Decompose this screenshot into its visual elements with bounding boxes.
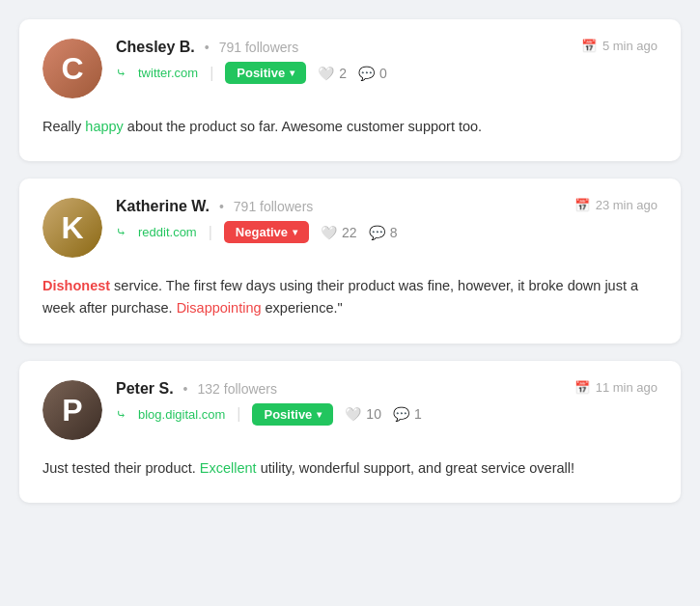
avatar-image: P — [42, 380, 102, 440]
source-link[interactable]: twitter.com — [138, 66, 198, 80]
divider: | — [237, 405, 240, 423]
card-body: Just tested their product. Excellent uti… — [42, 452, 658, 480]
timestamp: 23 min ago — [596, 198, 658, 212]
source-link[interactable]: blog.digital.com — [138, 407, 225, 422]
highlight-word: happy — [85, 119, 124, 134]
sentiment-label: Negative — [236, 225, 288, 239]
sentiment-badge[interactable]: Positive ▾ — [252, 403, 333, 426]
user-section: C Chesley B. • 791 followers ⤷ twitter.c… — [42, 39, 387, 98]
source-row: ⤷ blog.digital.com | Positive ▾ 🤍 10 💬 1 — [116, 403, 422, 426]
likes-count: 10 — [366, 406, 381, 422]
user-info: Katherine W. • 791 followers ⤷ reddit.co… — [116, 198, 397, 243]
timestamp: 11 min ago — [596, 380, 658, 395]
text-before: Just tested their product. — [42, 460, 200, 476]
name-row: Peter S. • 132 followers — [116, 380, 422, 398]
chevron-down-icon: ▾ — [317, 409, 322, 420]
timestamp-section: 📅 23 min ago — [574, 198, 658, 212]
heart-icon: 🤍 — [345, 406, 361, 422]
username: Peter S. — [116, 380, 174, 398]
user-section: K Katherine W. • 791 followers ⤷ reddit.… — [42, 198, 397, 258]
follower-count: 132 followers — [198, 381, 278, 397]
timestamp: 5 min ago — [602, 39, 658, 53]
chevron-down-icon: ▾ — [293, 227, 297, 237]
username: Chesley B. — [116, 39, 195, 56]
source-row: ⤷ twitter.com | Positive ▾ 🤍 2 💬 0 — [116, 62, 387, 84]
comments-stat: 💬 1 — [393, 406, 422, 422]
sentiment-badge[interactable]: Positive ▾ — [225, 62, 306, 84]
avatar: P — [42, 380, 102, 440]
likes-stat: 🤍 10 — [345, 406, 381, 422]
user-info: Peter S. • 132 followers ⤷ blog.digital.… — [116, 380, 422, 426]
sentiment-label: Positive — [237, 66, 285, 80]
sentiment-badge[interactable]: Negative ▾ — [224, 221, 309, 243]
comments-count: 8 — [390, 225, 398, 240]
timestamp-section: 📅 5 min ago — [581, 39, 658, 53]
card-body: Really happy about the product so far. A… — [42, 110, 658, 138]
review-card-peter: P Peter S. • 132 followers ⤷ blog.digita… — [19, 361, 681, 503]
card-header: K Katherine W. • 791 followers ⤷ reddit.… — [42, 198, 658, 258]
text-after: about the product so far. Awesome custom… — [124, 119, 482, 134]
highlight-excellent: Excellent — [200, 460, 257, 476]
share-icon: ⤷ — [116, 407, 126, 422]
review-card-katherine: K Katherine W. • 791 followers ⤷ reddit.… — [19, 179, 681, 343]
avatar-image: C — [42, 39, 102, 98]
name-row: Katherine W. • 791 followers — [116, 198, 397, 215]
highlight-disappointing: Disappointing — [177, 300, 262, 316]
likes-stat: 🤍 2 — [318, 66, 347, 81]
comments-count: 0 — [379, 66, 387, 81]
card-body: Dishonest service. The first few days us… — [42, 269, 658, 319]
user-info: Chesley B. • 791 followers ⤷ twitter.com… — [116, 39, 387, 84]
comments-count: 1 — [414, 406, 422, 422]
chevron-down-icon: ▾ — [290, 68, 294, 78]
timestamp-section: 📅 11 min ago — [574, 380, 658, 395]
calendar-icon: 📅 — [574, 198, 590, 212]
avatar: C — [42, 39, 102, 98]
divider: | — [210, 65, 213, 82]
card-header: P Peter S. • 132 followers ⤷ blog.digita… — [42, 380, 658, 440]
share-icon: ⤷ — [116, 66, 126, 80]
source-row: ⤷ reddit.com | Negative ▾ 🤍 22 💬 8 — [116, 221, 397, 243]
sentiment-label: Positive — [264, 407, 312, 422]
text-before: Really — [42, 119, 85, 134]
calendar-icon: 📅 — [574, 380, 590, 395]
dot-separator: • — [205, 40, 210, 55]
name-row: Chesley B. • 791 followers — [116, 39, 387, 56]
dot-separator: • — [183, 381, 188, 397]
heart-icon: 🤍 — [321, 225, 337, 240]
share-icon: ⤷ — [116, 225, 126, 239]
follower-count: 791 followers — [219, 40, 299, 55]
dot-separator: • — [219, 199, 224, 214]
likes-count: 2 — [339, 66, 347, 81]
comments-stat: 💬 0 — [358, 66, 387, 81]
comments-stat: 💬 8 — [369, 225, 398, 240]
user-section: P Peter S. • 132 followers ⤷ blog.digita… — [42, 380, 422, 440]
likes-stat: 🤍 22 — [321, 225, 357, 240]
heart-icon: 🤍 — [318, 66, 334, 81]
comment-icon: 💬 — [358, 66, 375, 81]
calendar-icon: 📅 — [581, 39, 597, 53]
highlight-dishonest: Dishonest — [42, 278, 110, 293]
username: Katherine W. — [116, 198, 210, 215]
divider: | — [209, 224, 212, 241]
text-end: experience." — [262, 300, 343, 316]
card-header: C Chesley B. • 791 followers ⤷ twitter.c… — [42, 39, 658, 98]
follower-count: 791 followers — [234, 199, 314, 214]
comment-icon: 💬 — [369, 225, 385, 240]
source-link[interactable]: reddit.com — [138, 225, 197, 239]
avatar-image: K — [42, 198, 102, 258]
review-card-chesley: C Chesley B. • 791 followers ⤷ twitter.c… — [19, 19, 681, 161]
text-after: utility, wonderful support, and great se… — [257, 460, 574, 476]
likes-count: 22 — [342, 225, 357, 240]
comment-icon: 💬 — [393, 406, 409, 422]
avatar: K — [42, 198, 102, 258]
